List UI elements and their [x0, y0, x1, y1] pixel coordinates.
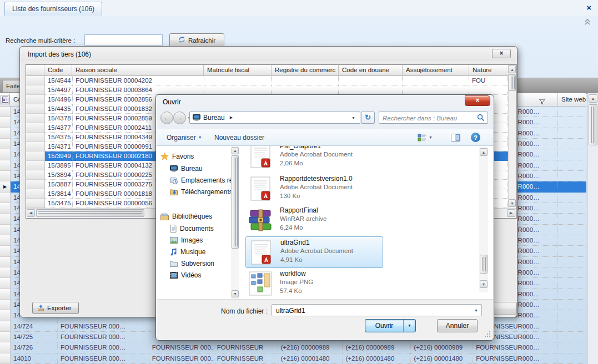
row-selector[interactable] [0, 300, 11, 310]
row-selector[interactable] [0, 321, 11, 332]
table-row[interactable]: 15/4544FOURNISSEUR 00004202FOU [26, 76, 508, 85]
column-header-nature[interactable]: Nature [469, 65, 508, 76]
open-button-label[interactable]: Ouvrir [365, 320, 403, 332]
back-button[interactable]: ← [160, 112, 173, 124]
new-folder-button[interactable]: Nouveau dossier [214, 129, 264, 145]
views-button[interactable]: ▼ [418, 129, 433, 145]
row-selector[interactable] [0, 278, 11, 289]
scroll-up-icon[interactable]: ▲ [589, 94, 597, 103]
scrollbar-thumb[interactable] [509, 74, 516, 91]
row-selector[interactable] [0, 160, 11, 171]
scroll-left-icon[interactable]: ◀ [27, 209, 35, 217]
row-selector[interactable] [0, 139, 11, 149]
row-selector[interactable] [26, 95, 45, 104]
sidebar-group-favoris[interactable]: Favoris [160, 153, 230, 160]
file-item-ultragrid1[interactable]: ultraGrid1Adobe Acrobat Document4,91 Ko [245, 236, 383, 268]
row-selector[interactable] [26, 142, 45, 151]
column-header-code[interactable]: Code [44, 65, 72, 76]
row-selector[interactable] [26, 76, 45, 85]
row-selector[interactable] [0, 289, 11, 300]
row-selector[interactable] [0, 107, 11, 117]
row-selector[interactable] [0, 214, 11, 224]
scroll-down-icon[interactable]: ▼ [509, 199, 516, 207]
sidebar-item-images[interactable]: Images [170, 236, 231, 244]
row-selector[interactable] [26, 85, 45, 95]
table-row[interactable]: 14010FOURNISSEUR 000…FOURNISSEUR 000…FOU… [0, 353, 586, 364]
help-button[interactable]: ? [471, 129, 480, 145]
close-icon[interactable]: × [465, 95, 490, 106]
row-selector[interactable] [0, 149, 11, 160]
sidebar-item-vid-os[interactable]: Vidéos [170, 271, 231, 279]
search-input[interactable] [84, 34, 163, 46]
row-selector-header[interactable] [26, 65, 44, 76]
close-icon[interactable]: × [492, 49, 511, 58]
row-selector[interactable] [0, 310, 11, 321]
sidebar-item-t-l-chargements[interactable]: Téléchargements [170, 188, 231, 196]
row-selector[interactable] [26, 151, 45, 161]
row-selector[interactable] [0, 267, 11, 278]
cancel-button[interactable]: Annuler [437, 319, 478, 332]
sidebar-item-documents[interactable]: Documents [170, 225, 231, 232]
table-row[interactable]: 15/4497FOURNISSEUR 00003864 [26, 85, 508, 95]
scroll-up-icon[interactable]: ▲ [232, 147, 239, 154]
scrollbar-thumb[interactable] [589, 104, 597, 145]
row-selector[interactable] [0, 225, 11, 235]
sidebar-group-bibliothèques[interactable]: Bibliothèques [160, 213, 230, 220]
search-input[interactable] [381, 113, 475, 124]
file-item-pm-chapitre1[interactable]: PM_chapitre1Adobe Acrobat Document2,06 M… [245, 146, 484, 172]
row-selector[interactable] [26, 189, 45, 199]
sidebar-item-musique[interactable]: Musique [170, 248, 231, 256]
row-selector[interactable] [26, 199, 45, 208]
row-selector[interactable] [0, 203, 11, 214]
row-selector[interactable] [0, 171, 11, 181]
file-list-scrollbar[interactable]: ▲ ▼ [479, 147, 488, 292]
scrollbar-thumb[interactable] [36, 209, 144, 217]
column-header-raison-sociale[interactable]: Raison sociale [72, 65, 204, 76]
row-selector[interactable] [26, 104, 45, 114]
scroll-down-icon[interactable]: ▼ [480, 280, 488, 288]
file-item-rapportdetestversion1-0[interactable]: Rapportdetestversion1.0Adobe Acrobat Doc… [245, 173, 484, 205]
table-row[interactable]: 14/726FOURNISSEUR 000…FOURNISSEUR 000…FO… [0, 342, 586, 353]
resize-grip[interactable] [484, 331, 490, 337]
combo-dropdown-icon[interactable]: ▼ [474, 309, 478, 312]
search-box[interactable] [379, 112, 488, 124]
breadcrumb-location[interactable]: Bureau [203, 114, 225, 122]
row-selector[interactable] [0, 128, 11, 139]
address-dropdown-icon[interactable]: ▼ [351, 116, 355, 120]
scroll-down-icon[interactable]: ▼ [232, 290, 239, 297]
sidebar-item-subversion[interactable]: Subversion [170, 260, 231, 267]
breadcrumb-chevron-icon[interactable]: ▶ [230, 115, 233, 120]
column-header-code-en-douane[interactable]: Code en douane [339, 65, 403, 76]
address-breadcrumb[interactable]: Bureau ▶ ▼ [189, 112, 360, 124]
column-header-matricule-fiscal[interactable]: Matricule fiscal [204, 65, 272, 76]
row-selector-header[interactable] [0, 93, 10, 107]
search-icon[interactable] [477, 114, 485, 124]
row-selector[interactable] [0, 117, 11, 128]
scrollbar-thumb[interactable] [480, 255, 488, 274]
scroll-up-icon[interactable]: ▲ [509, 65, 516, 73]
file-item-workflow[interactable]: workflowImage PNG57,4 Ko [245, 268, 484, 299]
row-selector[interactable] [26, 170, 45, 180]
row-selector[interactable] [0, 332, 11, 342]
row-selector[interactable] [0, 353, 11, 364]
scrollbar-thumb[interactable] [232, 155, 239, 249]
refresh-button[interactable]: Rafraichir [169, 33, 224, 47]
organize-button[interactable]: Organiser ▼ [167, 129, 202, 145]
row-selector[interactable] [26, 123, 45, 133]
filter-funnel-icon[interactable] [539, 97, 545, 107]
main-vertical-scrollbar[interactable]: ▲ [587, 93, 598, 364]
row-selector[interactable] [0, 193, 11, 203]
row-selector[interactable] [0, 235, 11, 246]
scroll-up-icon[interactable]: ▲ [480, 148, 488, 156]
sidebar-item-emplacements-r-[interactable]: Emplacements ré [170, 176, 231, 184]
row-selector[interactable] [0, 246, 11, 256]
open-button[interactable]: Ouvrir ▼ [365, 319, 416, 332]
row-selector[interactable] [0, 257, 11, 267]
export-button[interactable]: Exporter [32, 302, 79, 314]
column-header-assujetissement[interactable]: Assujétissement [403, 65, 469, 76]
open-dropdown-icon[interactable]: ▼ [403, 320, 415, 332]
close-icon[interactable]: × [586, 3, 591, 12]
preview-pane-button[interactable] [451, 129, 460, 145]
sidebar-scrollbar[interactable]: ▲ ▼ [231, 146, 239, 299]
filename-input[interactable] [275, 305, 471, 316]
